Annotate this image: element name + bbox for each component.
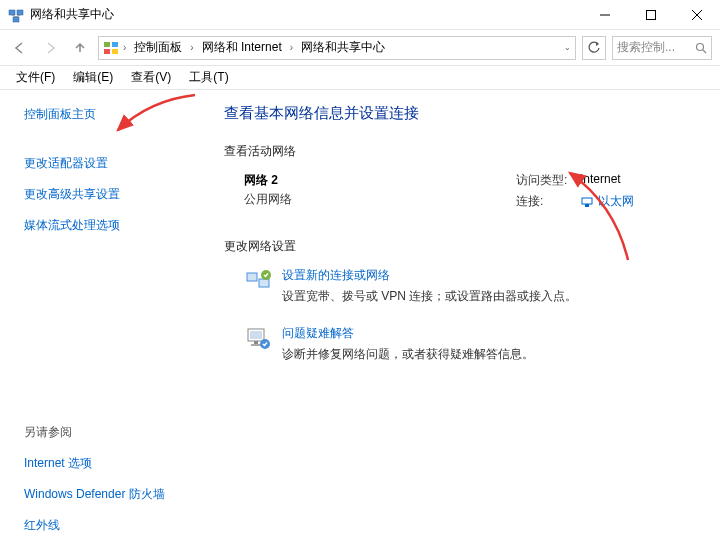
- refresh-button[interactable]: [582, 36, 606, 60]
- maximize-button[interactable]: [628, 0, 674, 30]
- connection-link[interactable]: 以太网: [580, 193, 634, 210]
- menu-edit[interactable]: 编辑(E): [65, 67, 121, 88]
- ethernet-icon: [580, 195, 594, 209]
- forward-button[interactable]: [38, 36, 62, 60]
- svg-rect-10: [112, 42, 118, 47]
- breadcrumb-item[interactable]: 网络和共享中心: [297, 39, 389, 56]
- app-icon: [8, 7, 24, 23]
- svg-rect-9: [104, 42, 110, 47]
- network-entry: 网络 2 公用网络 访问类型: Internet 连接: 以太网: [224, 172, 696, 214]
- chevron-right-icon: ›: [123, 42, 126, 53]
- menu-file[interactable]: 文件(F): [8, 67, 63, 88]
- network-name: 网络 2: [244, 172, 516, 189]
- connections-label: 连接:: [516, 193, 580, 210]
- svg-point-13: [697, 43, 704, 50]
- window-title: 网络和共享中心: [30, 6, 582, 23]
- svg-rect-15: [582, 198, 592, 204]
- page-heading: 查看基本网络信息并设置连接: [224, 104, 696, 123]
- svg-rect-2: [13, 17, 19, 22]
- svg-line-14: [703, 50, 706, 53]
- sidebar-link-advanced[interactable]: 更改高级共享设置: [24, 186, 188, 203]
- menu-bar: 文件(F) 编辑(E) 查看(V) 工具(T): [0, 66, 720, 90]
- svg-rect-12: [112, 49, 118, 54]
- chevron-right-icon: ›: [290, 42, 293, 53]
- sidebar-link-infrared[interactable]: 红外线: [24, 517, 188, 534]
- menu-view[interactable]: 查看(V): [123, 67, 179, 88]
- sidebar-link-home[interactable]: 控制面板主页: [24, 106, 188, 123]
- content-area: 控制面板主页 更改适配器设置 更改高级共享设置 媒体流式处理选项 另请参阅 In…: [0, 90, 720, 560]
- breadcrumb-item[interactable]: 网络和 Internet: [198, 39, 286, 56]
- chevron-right-icon: ›: [190, 42, 193, 53]
- window-controls: [582, 0, 720, 30]
- setup-connection-icon: [244, 267, 272, 295]
- sidebar-link-media[interactable]: 媒体流式处理选项: [24, 217, 188, 234]
- svg-rect-22: [254, 341, 258, 344]
- close-button[interactable]: [674, 0, 720, 30]
- search-icon: [695, 42, 707, 54]
- sidebar-link-adapter[interactable]: 更改适配器设置: [24, 155, 188, 172]
- svg-rect-6: [647, 10, 656, 19]
- svg-line-4: [16, 15, 20, 17]
- up-button[interactable]: [68, 36, 92, 60]
- sidebar-link-defender[interactable]: Windows Defender 防火墙: [24, 486, 188, 503]
- search-placeholder: 搜索控制...: [617, 39, 675, 56]
- breadcrumb-item[interactable]: 控制面板: [130, 39, 186, 56]
- svg-line-3: [12, 15, 16, 17]
- sidebar-link-internet-options[interactable]: Internet 选项: [24, 455, 188, 472]
- task-trouble-desc: 诊断并修复网络问题，或者获得疑难解答信息。: [282, 346, 534, 363]
- task-troubleshoot: 问题疑难解答 诊断并修复网络问题，或者获得疑难解答信息。: [224, 325, 696, 363]
- network-identity: 网络 2 公用网络: [244, 172, 516, 214]
- svg-rect-17: [247, 273, 257, 281]
- dropdown-arrow-icon[interactable]: ⌄: [564, 43, 571, 52]
- network-type: 公用网络: [244, 191, 516, 208]
- troubleshoot-icon: [244, 325, 272, 353]
- minimize-button[interactable]: [582, 0, 628, 30]
- access-type-value: Internet: [580, 172, 621, 189]
- svg-rect-18: [259, 279, 269, 287]
- main-panel: 查看基本网络信息并设置连接 查看活动网络 网络 2 公用网络 访问类型: Int…: [200, 90, 720, 560]
- svg-rect-21: [250, 331, 262, 339]
- svg-rect-23: [251, 344, 261, 346]
- network-details: 访问类型: Internet 连接: 以太网: [516, 172, 696, 214]
- address-bar: › 控制面板 › 网络和 Internet › 网络和共享中心 ⌄ 搜索控制..…: [0, 30, 720, 66]
- control-panel-icon: [103, 40, 119, 56]
- menu-tools[interactable]: 工具(T): [181, 67, 236, 88]
- svg-rect-1: [17, 10, 23, 15]
- active-networks-header: 查看活动网络: [224, 143, 696, 160]
- see-also-label: 另请参阅: [24, 424, 188, 441]
- title-bar: 网络和共享中心: [0, 0, 720, 30]
- task-trouble-title[interactable]: 问题疑难解答: [282, 325, 534, 342]
- task-setup-connection: 设置新的连接或网络 设置宽带、拨号或 VPN 连接；或设置路由器或接入点。: [224, 267, 696, 305]
- connection-name: 以太网: [598, 193, 634, 210]
- change-settings-header: 更改网络设置: [224, 238, 696, 255]
- svg-rect-11: [104, 49, 110, 54]
- sidebar: 控制面板主页 更改适配器设置 更改高级共享设置 媒体流式处理选项 另请参阅 In…: [0, 90, 200, 560]
- breadcrumb[interactable]: › 控制面板 › 网络和 Internet › 网络和共享中心 ⌄: [98, 36, 576, 60]
- back-button[interactable]: [8, 36, 32, 60]
- search-input[interactable]: 搜索控制...: [612, 36, 712, 60]
- task-setup-desc: 设置宽带、拨号或 VPN 连接；或设置路由器或接入点。: [282, 288, 577, 305]
- task-setup-title[interactable]: 设置新的连接或网络: [282, 267, 577, 284]
- svg-rect-16: [585, 204, 589, 207]
- access-type-label: 访问类型:: [516, 172, 580, 189]
- svg-rect-0: [9, 10, 15, 15]
